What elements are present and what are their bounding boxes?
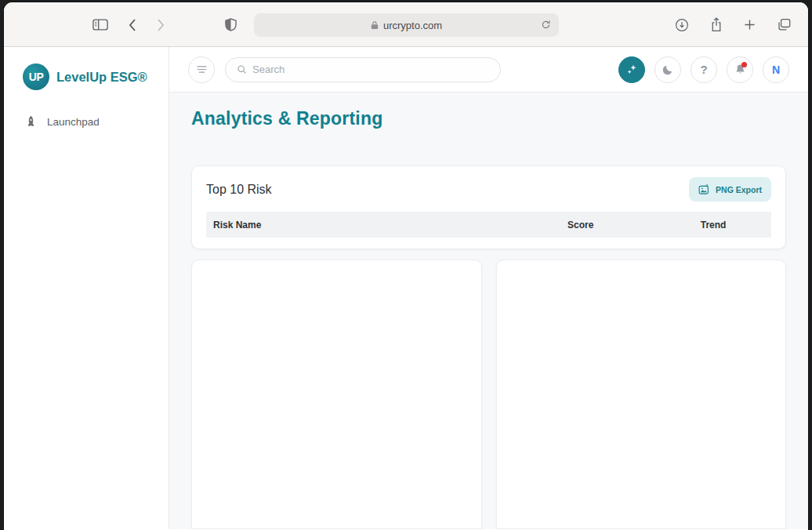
png-export-label: PNG Export: [716, 185, 762, 194]
back-icon[interactable]: [123, 2, 142, 47]
share-icon[interactable]: [710, 17, 723, 32]
sidebar-item-launchpad[interactable]: Launchpad: [4, 108, 169, 136]
column-header-trend: Trend: [655, 212, 771, 238]
page-title: Analytics & Reporting: [191, 108, 382, 129]
sidebar: UP LevelUp ESG® Launchpad: [4, 47, 169, 529]
sidebar-item-label: Launchpad: [47, 116, 100, 128]
logo-badge-icon: UP: [23, 64, 49, 90]
zoom-window-button[interactable]: [62, 20, 72, 30]
close-window-button[interactable]: [27, 20, 38, 30]
notifications-button[interactable]: [727, 56, 753, 83]
search-input[interactable]: [252, 64, 489, 75]
card-stub-right: [496, 260, 787, 529]
avatar-initial: N: [772, 64, 780, 76]
rocket-icon: [24, 115, 38, 129]
question-icon: ?: [700, 63, 707, 76]
url-bar[interactable]: urcrypto.com: [254, 13, 559, 37]
forward-icon[interactable]: [151, 2, 170, 47]
lock-icon: [371, 20, 379, 30]
hamburger-icon: [197, 65, 207, 74]
tab-overview-icon[interactable]: [777, 18, 791, 31]
notification-dot: [741, 62, 747, 67]
new-tab-icon[interactable]: [744, 19, 756, 31]
browser-chrome: urcrypto.com: [4, 2, 808, 47]
chrome-actions: [675, 2, 791, 47]
browser-window: urcrypto.com UP LevelUp ESG®: [4, 2, 808, 530]
app-logo[interactable]: UP LevelUp ESG®: [4, 47, 169, 91]
top-bar-actions: ? N: [618, 56, 789, 83]
moon-icon: [662, 64, 674, 76]
minimize-window-button[interactable]: [45, 20, 55, 30]
url-text: urcrypto.com: [383, 20, 442, 31]
logo-text: LevelUp ESG®: [56, 70, 147, 85]
user-avatar[interactable]: N: [763, 56, 789, 83]
search-icon: [237, 64, 247, 74]
image-download-icon: [698, 183, 710, 195]
privacy-shield-icon[interactable]: [220, 2, 241, 47]
sidebar-toggle-icon[interactable]: [89, 2, 112, 47]
traffic-lights: [27, 20, 72, 30]
png-export-button[interactable]: PNG Export: [689, 177, 771, 201]
column-header-risk-name: Risk Name: [206, 212, 506, 238]
column-header-score: Score: [506, 212, 655, 238]
card-stub-left: [191, 260, 482, 529]
risk-card-title: Top 10 Risk: [206, 183, 272, 197]
dark-mode-button[interactable]: [654, 56, 681, 83]
top-bar: ? N: [169, 47, 808, 93]
top-10-risk-card: Top 10 Risk PNG Export Risk Name: [191, 165, 786, 249]
help-button[interactable]: ?: [691, 56, 717, 83]
risk-table: Risk Name Score Trend: [206, 212, 771, 238]
search-box[interactable]: [225, 57, 501, 82]
ai-assistant-button[interactable]: [618, 56, 645, 83]
reload-icon[interactable]: [541, 20, 551, 30]
download-icon[interactable]: [675, 18, 689, 32]
lower-cards-row: [191, 260, 786, 529]
menu-button[interactable]: [188, 56, 215, 83]
sparkle-icon: [625, 64, 638, 76]
